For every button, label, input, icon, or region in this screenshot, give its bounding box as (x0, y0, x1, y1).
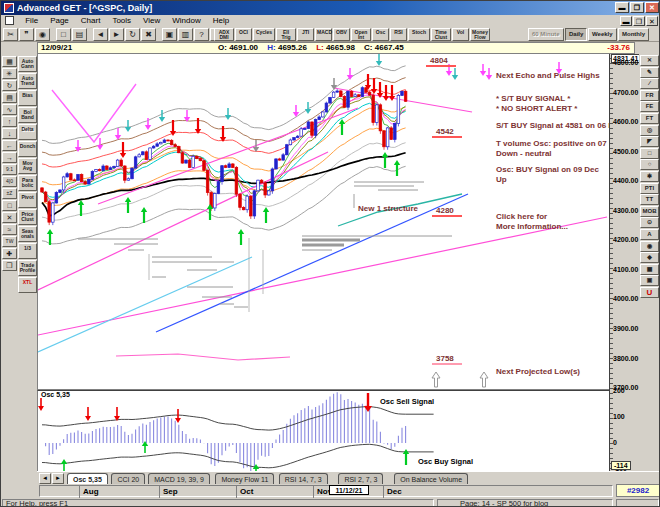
timeframe-monthly[interactable]: Monthly (618, 28, 649, 41)
left-study-seas-onals[interactable]: Seas onals (18, 226, 37, 242)
prev-page-icon[interactable]: ◄ (93, 28, 108, 41)
arrow-right-icon[interactable]: → (2, 152, 17, 163)
study-button-jti[interactable]: JTI (297, 28, 314, 41)
clock-icon[interactable]: ⊙ (640, 217, 659, 228)
mob-button[interactable]: MOB (640, 206, 659, 217)
arrow-down-icon[interactable]: ↓ (2, 128, 17, 139)
trendline-icon[interactable]: ∕ (640, 78, 659, 89)
left-study-delta[interactable]: Delta (18, 124, 37, 140)
oscillator-panel[interactable]: Osc 5,35 Osc Sell Signal Osc Buy Signal (37, 390, 609, 471)
study-button-ell-trig[interactable]: Ell Trig (276, 28, 296, 41)
fib-time-icon[interactable]: FT (640, 113, 659, 124)
scroll-reset-icon[interactable]: ↻ (2, 80, 17, 91)
unlock-button[interactable]: U (640, 287, 659, 298)
palette-icon[interactable]: ◆ (640, 252, 659, 263)
left-study-auto-trend[interactable]: Auto Trend (18, 73, 37, 89)
open-page-icon[interactable]: ▤ (72, 28, 87, 41)
time-table-icon[interactable]: TT (640, 194, 659, 205)
tw-icon[interactable]: TW (2, 236, 17, 247)
text-tool-icon[interactable]: A (640, 229, 659, 240)
study-button-cycles[interactable]: Cycles (253, 28, 275, 41)
study-button-open-int[interactable]: Open Int (351, 28, 371, 41)
next-page-icon[interactable]: ► (109, 28, 124, 41)
timeframe-daily[interactable]: Daily (565, 28, 587, 41)
left-study-donch[interactable]: Donch (18, 141, 37, 157)
waves-icon[interactable]: ≈ (2, 224, 17, 235)
study-button-time-clust[interactable]: Time Clust (431, 28, 451, 41)
minimize-button[interactable]: ▬ (615, 2, 629, 13)
rectangle-tool-icon[interactable]: □ (640, 148, 659, 159)
menu-view[interactable]: View (137, 15, 166, 27)
mdi-close-button[interactable]: ✕ (646, 16, 658, 26)
menu-help[interactable]: Help (207, 15, 235, 27)
box-tool-icon[interactable]: □ (2, 200, 17, 211)
tab-scroll-right[interactable]: ► (52, 473, 64, 484)
new-page-icon[interactable]: □ (56, 28, 71, 41)
grid-icon[interactable]: ▦ (640, 264, 659, 275)
ellipse-tool-icon[interactable]: ○ (640, 159, 659, 170)
bar-count-icon[interactable]: 9:1 (2, 164, 17, 175)
clip-icon[interactable]: ✂ (3, 28, 18, 41)
close-tool-icon[interactable]: ✕ (640, 55, 659, 66)
left-study-bias[interactable]: Bias (18, 90, 37, 106)
main-chart[interactable]: 4804Next Echo and Pulse Highs* S/T BUY S… (37, 54, 609, 390)
tab-scroll-left[interactable]: ◄ (39, 473, 51, 484)
timeframe-weekly[interactable]: Weekly (588, 28, 617, 41)
mdi-document-icon[interactable] (5, 16, 14, 25)
zoom-tool-icon[interactable]: ◉ (640, 241, 659, 252)
mdi-minimize-button[interactable]: ▬ (620, 16, 632, 26)
left-study-xtl[interactable]: XTL (18, 277, 37, 293)
wave-label-icon[interactable]: 4|0 (2, 176, 17, 187)
left-study-bol-band[interactable]: Bol Band (18, 107, 37, 123)
study-button-obv[interactable]: OBV (333, 28, 350, 41)
study-button-rsi[interactable]: RSI (390, 28, 407, 41)
left-study-para-bolic[interactable]: Para bolic (18, 175, 37, 191)
quote-icon[interactable]: ❞ (19, 28, 34, 41)
menu-page[interactable]: Page (44, 15, 75, 27)
open-chart-icon[interactable]: ▦ (2, 56, 17, 67)
lines-icon[interactable]: ✕ (2, 212, 17, 223)
cross-icon[interactable]: ✚ (2, 248, 17, 259)
study-button-stoch[interactable]: Stoch (408, 28, 430, 41)
pti-button[interactable]: PTI (640, 183, 659, 194)
price-axis[interactable]: 4831.41 4800.004700.004600.004500.004400… (609, 54, 638, 471)
print-icon[interactable]: ▥ (178, 28, 193, 41)
star-tool-icon[interactable]: ✱ (640, 171, 659, 182)
maximize-button[interactable]: ❐ (630, 2, 644, 13)
gann-tools-icon[interactable]: ✳ (2, 68, 17, 79)
study-button-oci[interactable]: OCI (235, 28, 252, 41)
study-button-adx-dmi[interactable]: ADX DMI (214, 28, 234, 41)
left-study-price-clust[interactable]: Price Clust (18, 209, 37, 225)
study-button-macd[interactable]: MACD (315, 28, 332, 41)
fib-extension-icon[interactable]: FE (640, 101, 659, 112)
close-button[interactable]: ✕ (645, 2, 659, 13)
annotation[interactable]: Click here for (496, 212, 547, 221)
left-study-auto-gann[interactable]: Auto Gann (18, 56, 37, 72)
study-button-money-flow[interactable]: Money Flow (470, 28, 490, 41)
left-study-1-3[interactable]: 1/3 (18, 243, 37, 259)
menu-chart[interactable]: Chart (75, 15, 107, 27)
fib-retrace-icon[interactable]: FR (640, 90, 659, 101)
study-button-osc[interactable]: Osc (372, 28, 389, 41)
pencil-icon[interactable]: ✎ (640, 67, 659, 78)
help-icon[interactable]: ? (194, 28, 209, 41)
study-button-vol[interactable]: Vol (452, 28, 469, 41)
refresh-icon[interactable]: ↻ (125, 28, 140, 41)
menu-file[interactable]: File (19, 15, 44, 27)
timeframe-60-minute[interactable]: 60 Minute (528, 28, 564, 41)
plus-minus-icon[interactable]: ±Z (2, 188, 17, 199)
copy-tool-icon[interactable]: ▣ (640, 275, 659, 286)
copy-chart-icon[interactable]: ▣ (162, 28, 177, 41)
mdi-restore-button[interactable]: ❐ (633, 16, 645, 26)
left-study-mov-avg[interactable]: Mov Avg (18, 158, 37, 174)
delete-icon[interactable]: ✖ (141, 28, 156, 41)
elliott-wave-icon[interactable]: ∿ (2, 104, 17, 115)
arrow-up-icon[interactable]: ↑ (2, 116, 17, 127)
fan-tool-icon[interactable]: ◤ (640, 136, 659, 147)
circle-tool-icon[interactable]: ◎ (640, 125, 659, 136)
left-study-trade-profile[interactable]: Trade Profile (18, 260, 37, 276)
arrow-left-icon[interactable]: ← (2, 140, 17, 151)
search-icon[interactable]: ◉ (35, 28, 50, 41)
left-study-pivot[interactable]: Pivot (18, 192, 37, 208)
study-list-icon[interactable]: ▤ (2, 92, 17, 103)
